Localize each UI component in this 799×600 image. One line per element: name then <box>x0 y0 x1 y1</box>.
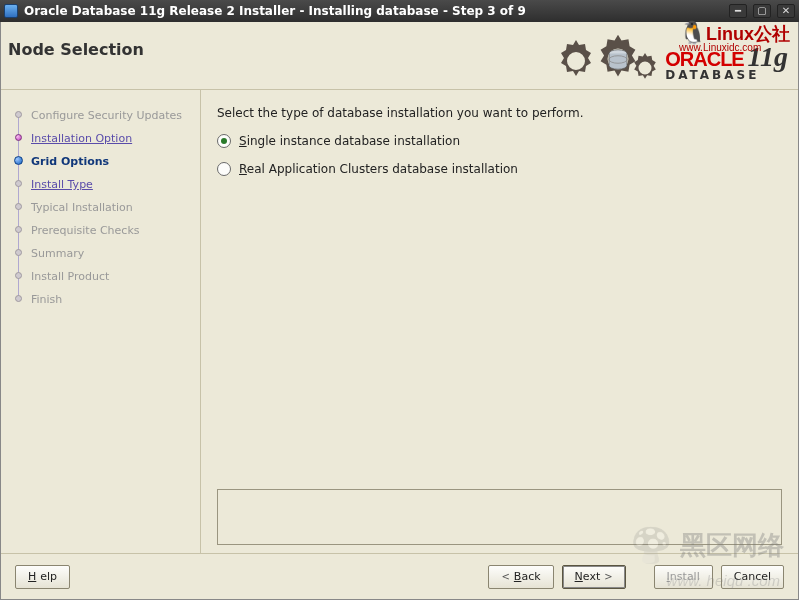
step-label: Install Type <box>31 178 93 191</box>
step-label: Installation Option <box>31 132 132 145</box>
radio-label: Real Application Clusters database insta… <box>239 162 518 176</box>
step-dot-icon <box>15 203 22 210</box>
step-dot-icon <box>15 180 22 187</box>
step-grid-options[interactable]: Grid Options <box>15 150 194 173</box>
step-prerequisite-checks: Prerequisite Checks <box>15 219 194 242</box>
radio-icon <box>217 134 231 148</box>
step-dot-icon <box>15 111 22 118</box>
maximize-button[interactable]: ▢ <box>753 4 771 18</box>
step-sidebar: Configure Security Updates Installation … <box>1 90 201 553</box>
installer-window: Node Selection ORACLE 11g DATABASE <box>0 22 799 600</box>
close-button[interactable]: ✕ <box>777 4 795 18</box>
watermark-overlay-header: 🐧Linux公社 www.Linuxidc.com <box>679 20 790 53</box>
btn-text: ack <box>521 570 540 583</box>
step-dot-icon <box>15 226 22 233</box>
step-label: Grid Options <box>31 155 109 168</box>
minimize-button[interactable]: ━ <box>729 4 747 18</box>
step-label: Install Product <box>31 270 109 283</box>
cancel-button[interactable]: Cancel <box>721 565 784 589</box>
step-list: Configure Security Updates Installation … <box>15 104 194 311</box>
step-install-product: Install Product <box>15 265 194 288</box>
main-panel: Select the type of database installation… <box>201 90 798 553</box>
btn-mnemonic: N <box>575 570 583 583</box>
step-dot-icon <box>15 249 22 256</box>
footer: Help < Back Next > Install Cancel 🍄 黑区网络… <box>1 553 798 599</box>
overlay-site-label: Linux公社 <box>706 24 790 44</box>
step-label: Finish <box>31 293 62 306</box>
step-label: Configure Security Updates <box>31 109 182 122</box>
step-installation-option[interactable]: Installation Option <box>15 127 194 150</box>
app-icon <box>4 4 18 18</box>
step-configure-security-updates: Configure Security Updates <box>15 104 194 127</box>
step-dot-icon <box>15 295 22 302</box>
btn-mnemonic: H <box>28 570 36 583</box>
window-title: Oracle Database 11g Release 2 Installer … <box>24 4 723 18</box>
header: Node Selection ORACLE 11g DATABASE <box>1 22 798 90</box>
chevron-right-icon: > <box>604 571 612 582</box>
btn-text: elp <box>40 570 57 583</box>
install-button: Install <box>654 565 713 589</box>
chevron-left-icon: < <box>501 571 509 582</box>
step-install-type[interactable]: Install Type <box>15 173 194 196</box>
step-label: Prerequisite Checks <box>31 224 139 237</box>
page-title: Node Selection <box>8 40 144 59</box>
message-box <box>217 489 782 545</box>
step-label: Typical Installation <box>31 201 133 214</box>
step-summary: Summary <box>15 242 194 265</box>
step-label: Summary <box>31 247 84 260</box>
titlebar: Oracle Database 11g Release 2 Installer … <box>0 0 799 22</box>
radio-single-instance[interactable]: Single instance database installation <box>217 134 782 148</box>
radio-icon <box>217 162 231 176</box>
btn-text: nstall <box>670 570 700 583</box>
back-button[interactable]: < Back <box>488 565 553 589</box>
step-dot-icon <box>14 156 23 165</box>
radio-rac[interactable]: Real Application Clusters database insta… <box>217 162 782 176</box>
step-dot-icon <box>15 134 22 141</box>
instructions-text: Select the type of database installation… <box>217 106 782 120</box>
gear-icon <box>551 32 671 92</box>
step-finish: Finish <box>15 288 194 311</box>
next-button[interactable]: Next > <box>562 565 626 589</box>
installation-type-group: Single instance database installation Re… <box>217 134 782 176</box>
btn-text: Cancel <box>734 570 771 583</box>
step-typical-installation: Typical Installation <box>15 196 194 219</box>
database-icon <box>603 46 633 76</box>
content: Configure Security Updates Installation … <box>1 90 798 553</box>
help-button[interactable]: Help <box>15 565 70 589</box>
radio-label: Single instance database installation <box>239 134 460 148</box>
step-dot-icon <box>15 272 22 279</box>
btn-text: ext <box>583 570 600 583</box>
